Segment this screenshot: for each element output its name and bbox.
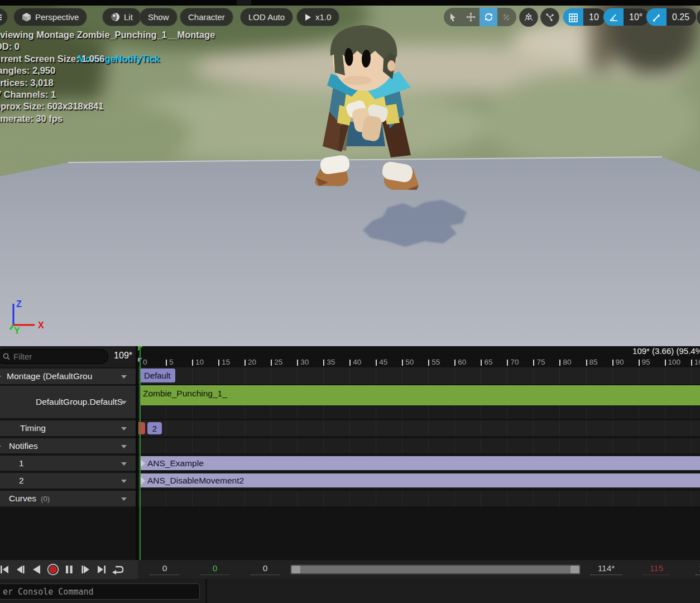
ruler-tick-label: 55 (431, 358, 440, 366)
step-backward-button[interactable] (12, 560, 28, 579)
go-to-end-button[interactable] (93, 560, 109, 579)
grid-line (639, 491, 639, 506)
step-forward-button[interactable] (77, 560, 93, 579)
scrollbar-right-handle[interactable] (570, 566, 579, 573)
camera-speed-button[interactable] (697, 8, 700, 26)
coordinate-system-button[interactable] (519, 8, 538, 27)
grid-line (402, 420, 402, 436)
grid-line (218, 438, 219, 453)
curves-row[interactable]: Curves (0) (0, 491, 136, 506)
axis-z-label: Z (16, 299, 22, 309)
character-button[interactable]: Character (180, 8, 233, 26)
grid-line (297, 367, 298, 384)
chevron-down-icon[interactable] (121, 497, 127, 501)
range-start-field[interactable]: 114* (591, 563, 622, 575)
anim-segment-bar[interactable]: Zombie_Punching_1_ (140, 385, 700, 405)
section-badge-default[interactable]: Default (140, 368, 175, 382)
chevron-down-icon[interactable] (121, 375, 127, 379)
ruler-tick-label: 50 (405, 358, 414, 366)
grid-line (533, 420, 534, 436)
scrollbar-left-handle[interactable] (291, 566, 300, 573)
ruler-tick-label: 105 (694, 358, 700, 366)
notify-track-2[interactable]: ANS_DisableMovement2 (138, 473, 700, 489)
notify-track1-row[interactable]: 1 (0, 456, 136, 471)
grid-line (559, 438, 560, 453)
scale-tool-button[interactable] (497, 8, 515, 26)
show-button[interactable]: Show (140, 8, 178, 26)
timeline-track-area[interactable]: 109* (3.66) (95.4% 051015202530354045505… (138, 346, 700, 560)
notify-state-bar[interactable]: ANS_Example (140, 456, 700, 470)
notify-track2-row[interactable]: 2 (0, 473, 136, 489)
current-time-field[interactable]: 0 (200, 563, 229, 575)
timeline-ruler[interactable]: 109* (3.66) (95.4% 051015202530354045505… (138, 346, 700, 367)
grid-snap-control[interactable]: 10 (563, 8, 606, 26)
rotate-icon (484, 12, 493, 22)
playback-speed-button[interactable]: x1.0 (296, 8, 339, 26)
notify-chevron-icon (140, 459, 145, 468)
percentage-field[interactable]: 0 (251, 563, 280, 575)
scale-snap-control[interactable]: 0.25 (646, 8, 697, 26)
character-label: Character (188, 12, 225, 22)
filter-searchbox[interactable] (0, 349, 108, 364)
timing-badge-2[interactable]: 2 (147, 422, 162, 434)
chevron-down-icon[interactable] (121, 480, 127, 483)
loop-button[interactable] (109, 560, 126, 579)
playhead-line[interactable] (140, 346, 141, 560)
viewport-menu-button[interactable] (0, 8, 8, 26)
perspective-button[interactable]: Perspective (13, 8, 87, 26)
select-tool-button[interactable] (444, 8, 462, 26)
grid-line (402, 367, 402, 384)
play-backward-button[interactable] (28, 560, 45, 579)
chevron-down-icon[interactable] (121, 401, 127, 404)
expander-icon[interactable] (0, 444, 1, 448)
grid-line (507, 491, 507, 506)
slot-row[interactable]: DefaultGroup.DefaultS (0, 386, 136, 418)
expander-icon[interactable] (0, 374, 1, 379)
grid-line (691, 491, 692, 506)
surface-snapping-button[interactable] (540, 8, 559, 27)
lod-auto-button[interactable]: LOD Auto (240, 8, 293, 26)
lod-auto-label: LOD Auto (248, 12, 285, 22)
rotate-tool-button[interactable] (480, 8, 497, 26)
chevron-down-icon[interactable] (121, 445, 127, 448)
grid-line (533, 367, 534, 384)
grid-line (586, 420, 587, 436)
notifies-header-track[interactable] (138, 438, 700, 453)
ruler-tick-mark (665, 360, 666, 366)
timing-row[interactable]: Timing (0, 420, 136, 436)
montage-group-row[interactable]: Montage (DefaultGrou (0, 368, 136, 384)
console-command-input[interactable] (0, 583, 200, 600)
timeline-zoom-scrollbar[interactable] (290, 564, 581, 575)
notify-state-bar[interactable]: ANS_DisableMovement2 (140, 473, 700, 487)
notifies-row[interactable]: Notifies (0, 438, 136, 453)
3d-viewport[interactable]: eviewing Montage Zombie_Punching_1__Mont… (0, 6, 700, 346)
pause-button[interactable] (61, 560, 77, 579)
filter-input[interactable] (13, 352, 97, 361)
grid-line (166, 491, 166, 506)
timing-track[interactable]: 2 (138, 420, 700, 436)
angle-snap-control[interactable]: 10° (603, 8, 650, 26)
ruler-tick-mark (166, 360, 167, 366)
current-frame-field[interactable]: 0 (150, 563, 179, 575)
clipped-range-field[interactable]: 1 (696, 563, 700, 575)
scrollbar-thumb[interactable] (291, 566, 579, 573)
grid-line (271, 491, 271, 506)
slot-track[interactable]: Zombie_Punching_1_ (138, 385, 700, 419)
lit-button[interactable]: Lit (102, 8, 141, 26)
move-tool-button[interactable] (462, 8, 480, 26)
range-end-field[interactable]: 115 (643, 563, 670, 575)
slot-label: DefaultGroup.DefaultS (36, 397, 123, 407)
grid-line (323, 491, 324, 506)
grid-line (559, 420, 560, 436)
record-button[interactable] (45, 560, 61, 579)
go-to-front-button[interactable] (0, 560, 12, 579)
curves-track[interactable] (138, 491, 700, 506)
ruler-tick-mark (586, 360, 587, 366)
ruler-tick-label: 25 (274, 358, 282, 366)
chevron-down-icon[interactable] (121, 462, 127, 466)
notify-track-1[interactable]: ANS_Example (138, 456, 700, 471)
grid-line (639, 367, 639, 384)
axis-y-label: Y (14, 326, 20, 336)
chevron-down-icon[interactable] (121, 427, 127, 430)
section-track[interactable]: Default (138, 367, 700, 384)
